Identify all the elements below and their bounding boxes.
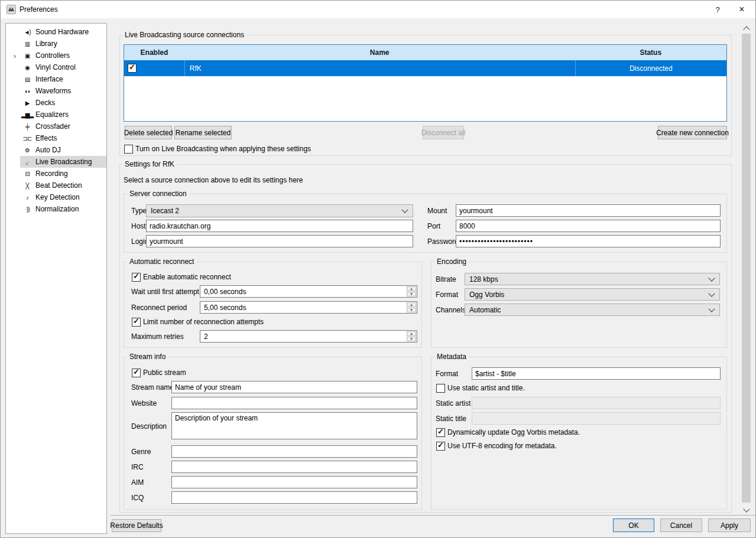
key-detection-icon: ♪ — [20, 194, 34, 201]
sidebar-item-vinyl-control[interactable]: ◉Vinyl Control — [20, 61, 106, 73]
description-textarea[interactable]: Description of your stream — [171, 412, 417, 439]
sidebar-item-recording[interactable]: ⊟Recording — [20, 168, 106, 180]
type-combobox[interactable]: Icecast 2 — [146, 204, 413, 217]
sidebar-item-decks[interactable]: ▶Decks — [20, 97, 106, 109]
delete-selected-button[interactable]: Delete selected — [125, 126, 172, 139]
rename-selected-button[interactable]: Rename selected — [174, 126, 232, 139]
reconnect-period-label: Reconnect period — [131, 304, 187, 312]
turn-on-broadcasting-checkbox[interactable] — [124, 145, 133, 154]
auto-dj-icon: ⚙ — [20, 147, 34, 154]
mount-input[interactable] — [456, 204, 721, 217]
connection-status: Disconnected — [575, 60, 727, 76]
sidebar-item-interface[interactable]: ▤Interface — [20, 73, 106, 85]
limit-reconnection-attempts-checkbox[interactable] — [132, 318, 141, 327]
chevron-up-icon — [743, 26, 749, 32]
sidebar-item-crossfader[interactable]: ╪Crossfader — [20, 120, 106, 132]
apply-button[interactable]: Apply — [708, 519, 751, 532]
source-connections-group-title: Live Broadcasting source connections — [122, 31, 246, 39]
sidebar-item-key-detection[interactable]: ♪Key Detection — [20, 191, 106, 203]
chevron-down-icon — [708, 305, 715, 312]
channels-value: Automatic — [469, 306, 501, 314]
sidebar-item-label: Effects — [34, 134, 57, 142]
vertical-scrollbar[interactable] — [741, 23, 751, 515]
preferences-window: Preferences ? × ◄)Sound Hardware▥Library… — [0, 0, 756, 538]
metadata-format-input[interactable] — [472, 367, 721, 380]
cancel-button[interactable]: Cancel — [660, 519, 702, 532]
bitrate-combobox[interactable]: 128 kbps — [465, 273, 720, 285]
spin-up-icon[interactable] — [407, 331, 416, 336]
channels-combobox[interactable]: Automatic — [465, 304, 720, 316]
utf8-metadata-label: Use UTF-8 encoding for metadata. — [447, 442, 557, 450]
use-static-artist-title-checkbox[interactable] — [436, 384, 445, 393]
reconnect-period-spinbox[interactable]: 5,00 seconds — [200, 301, 417, 314]
format-combobox[interactable]: Ogg Vorbis — [465, 288, 720, 301]
website-input[interactable] — [171, 397, 417, 409]
genre-input[interactable] — [171, 445, 417, 458]
wait-until-first-attempt-spinbox[interactable]: 0,00 seconds — [200, 285, 417, 298]
irc-input[interactable] — [171, 461, 417, 473]
sidebar-list: ◄)Sound Hardware▥Library›▣Controllers◉Vi… — [6, 26, 106, 215]
host-input[interactable] — [146, 220, 413, 232]
wait-value: 0,00 seconds — [204, 288, 246, 296]
sidebar-item-auto-dj[interactable]: ⚙Auto DJ — [20, 144, 106, 156]
aim-input[interactable] — [171, 476, 417, 488]
automatic-reconnect-group-title: Automatic reconnect — [127, 257, 196, 266]
scroll-down-button[interactable] — [741, 505, 751, 515]
retries-value: 2 — [204, 332, 208, 341]
scrollbar-thumb[interactable] — [742, 34, 751, 503]
sidebar-item-library[interactable]: ▥Library — [20, 38, 106, 50]
equalizers-icon: ▂▆▂ — [20, 112, 34, 118]
icq-input[interactable] — [171, 491, 417, 504]
sidebar-item-label: Normalization — [34, 205, 79, 213]
port-input[interactable] — [456, 220, 721, 232]
sidebar-item-beat-detection[interactable]: ╳Beat Detection — [20, 180, 106, 191]
password-input[interactable] — [456, 235, 721, 247]
sidebar-item-normalization[interactable]: ·))Normalization — [20, 203, 106, 215]
encoding-group-title: Encoding — [434, 257, 469, 266]
spin-down-icon[interactable] — [407, 337, 416, 341]
period-value: 5,00 seconds — [204, 304, 246, 312]
enabled-cell — [124, 60, 184, 76]
stream-name-input[interactable] — [171, 381, 417, 393]
utf8-metadata-checkbox[interactable] — [436, 442, 445, 451]
settings-group-title: Settings for RfK — [122, 160, 177, 168]
spin-down-icon[interactable] — [407, 308, 416, 312]
sidebar-item-controllers[interactable]: ›▣Controllers — [20, 50, 106, 61]
column-header-name[interactable]: Name — [184, 45, 575, 60]
spin-down-icon[interactable] — [407, 292, 416, 296]
ok-button[interactable]: OK — [613, 519, 654, 532]
chevron-down-icon — [708, 275, 715, 281]
maximum-retries-spinbox[interactable]: 2 — [200, 330, 417, 343]
close-button[interactable]: × — [728, 1, 755, 18]
sidebar-item-live-broadcasting[interactable]: ◟·Live Broadcasting — [20, 156, 106, 168]
window-title: Preferences — [20, 5, 58, 14]
spin-up-icon[interactable] — [407, 302, 416, 307]
dynamically-update-metadata-checkbox[interactable] — [436, 428, 445, 437]
create-new-connection-button[interactable]: Create new connection — [658, 126, 727, 139]
description-label: Description — [131, 422, 167, 431]
sidebar-item-label: Waveforms — [34, 87, 71, 95]
restore-defaults-button[interactable]: Restore Defaults — [112, 519, 161, 532]
column-header-status[interactable]: Status — [575, 45, 727, 60]
sidebar-item-sound-hardware[interactable]: ◄)Sound Hardware — [20, 26, 106, 38]
sidebar-item-waveforms[interactable]: ◖◗Waveforms — [20, 85, 106, 97]
login-input[interactable] — [146, 235, 413, 247]
sidebar-item-effects[interactable]: ⊐⊏Effects — [20, 132, 106, 144]
static-title-label: Static title — [436, 415, 466, 423]
spin-up-icon[interactable] — [407, 286, 416, 291]
expander-icon[interactable]: › — [11, 50, 19, 61]
scroll-up-button[interactable] — [741, 23, 751, 33]
enable-automatic-reconnect-checkbox[interactable] — [132, 273, 141, 282]
help-button[interactable]: ? — [706, 1, 729, 18]
format-value: Ogg Vorbis — [469, 291, 504, 299]
connection-row[interactable]: RfKDisconnected — [124, 60, 726, 76]
sidebar-item-equalizers[interactable]: ▂▆▂Equalizers — [20, 109, 106, 120]
app-icon — [7, 5, 16, 14]
connection-enabled-checkbox[interactable] — [128, 64, 137, 73]
wait-until-first-attempt-label: Wait until first attempt — [131, 288, 199, 296]
column-header-enabled[interactable]: Enabled — [124, 45, 184, 60]
library-icon: ▥ — [20, 41, 34, 47]
channels-label: Channels — [436, 306, 466, 314]
decks-icon: ▶ — [20, 100, 34, 106]
public-stream-checkbox[interactable] — [132, 369, 141, 377]
